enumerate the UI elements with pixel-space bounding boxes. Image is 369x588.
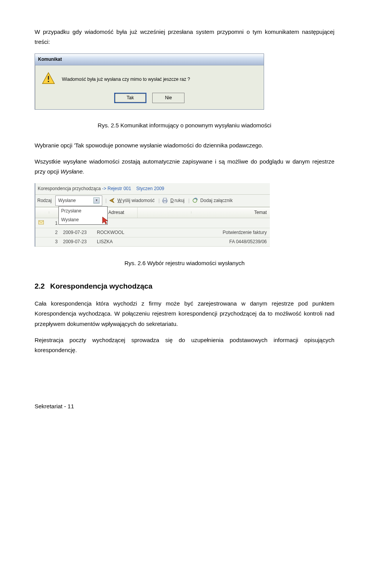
send-icon [109, 197, 115, 204]
register-number: 001 [123, 186, 131, 191]
rodzaj-label: Rodzaj [37, 197, 52, 205]
cell-num: 2 [49, 228, 62, 237]
print-label-u: D [170, 198, 174, 203]
register-title-a: Korespondencja przychodząca [38, 186, 102, 191]
cell-num: 3 [49, 237, 62, 246]
print-button[interactable]: Drukuj [170, 197, 185, 205]
toolbar-separator: | [158, 197, 160, 205]
svg-point-2 [48, 80, 49, 82]
print-label-rest: rukuj [175, 198, 184, 203]
option-przyslane[interactable]: Przysłane [59, 207, 107, 215]
intro-paragraph: W przypadku gdy wiadomość była już wcześ… [35, 27, 334, 47]
attachment-icon [192, 197, 198, 204]
svg-rect-1 [48, 76, 49, 80]
cursor-icon [101, 216, 110, 227]
dialog-message: Wiadomość była już wysłana czy mimo to w… [62, 75, 190, 84]
toolbar-separator: | [105, 197, 106, 205]
message-dialog: Komunikat Wiadomość była już wysłana czy… [35, 53, 264, 110]
rodzaj-dropdown-list[interactable]: Przysłane Wysłane [58, 206, 108, 225]
cell-adresat: LISZKA [95, 237, 138, 246]
rodzaj-dropdown[interactable]: Wysłane ▾ [55, 195, 102, 206]
section-number: 2.2 [35, 280, 45, 292]
rodzaj-dropdown-value: Wysłane [58, 197, 76, 205]
chevron-down-icon[interactable]: ▾ [93, 197, 100, 204]
cell-adresat: ROCKWOOL [95, 228, 138, 237]
print-icon [162, 197, 168, 204]
table-row: 2 2009-07-23 ROCKWOOL Potwierdzenie fakt… [35, 228, 270, 237]
dialog-titlebar: Komunikat [35, 54, 264, 65]
svg-point-6 [193, 199, 197, 202]
row-icon [37, 219, 49, 228]
paragraph-autosave-b: Wysłane. [61, 168, 85, 175]
cell-date: 2009-07-23 [62, 228, 95, 237]
paragraph-autosave: Wszystkie wysyłane wiadomości zostają au… [35, 157, 334, 177]
section-paragraph-1: Cała korespondencja która wychodzi z fir… [35, 299, 334, 329]
toolbar-separator: | [188, 197, 189, 205]
table-row: 3 2009-07-23 LISZKA FA 0448/05239/06 [35, 237, 270, 247]
send-label-rest: yślij wiadomość [123, 198, 155, 203]
page-footer: Sekretariat - 11 [35, 401, 334, 411]
register-month: Styczen 2009 [136, 186, 165, 191]
figure-caption-2-6: Rys. 2.6 Wybór rejestru wiadomości wysła… [35, 258, 334, 268]
register-screenshot: Korespondencja przychodząca -> Rejestr 0… [35, 183, 270, 247]
register-title: Korespondencja przychodząca -> Rejestr 0… [35, 183, 270, 195]
warning-icon [42, 72, 55, 87]
svg-marker-7 [103, 217, 108, 224]
paragraph-tak-option: Wybranie opcji 'Tak spowoduje ponowne wy… [35, 140, 334, 150]
section-title: Korespondencja wychodząca [50, 280, 152, 292]
no-button[interactable]: Nie [152, 93, 184, 103]
section-heading: 2.2 Korespondencja wychodząca [35, 280, 334, 292]
cell-temat [191, 223, 268, 224]
cell-date: 2009-07-23 [62, 237, 95, 246]
add-attachment-button[interactable]: Dodaj załącznik [200, 197, 233, 205]
figure-caption-2-5: Rys. 2.5 Komunikat informujący o ponowny… [35, 120, 334, 130]
section-paragraph-2: Rejestracja poczty wychodzącej sprowadza… [35, 335, 334, 356]
register-title-b: -> Rejestr [102, 186, 122, 191]
send-label-u: W [117, 198, 121, 203]
svg-rect-5 [163, 201, 166, 203]
col-temat: Temat [191, 207, 268, 218]
cell-temat: Potwierdzenie faktury [191, 228, 268, 237]
svg-rect-4 [163, 198, 166, 200]
option-wyslane[interactable]: Wysłane [59, 215, 107, 224]
cell-temat: FA 0448/05239/06 [191, 237, 268, 246]
send-message-button[interactable]: Wyślij wiadomość [117, 197, 155, 205]
toolbar-row: Rodzaj Wysłane ▾ | Wyślij wiadomość | Dr… [35, 195, 270, 207]
yes-button[interactable]: Tak [114, 93, 146, 103]
